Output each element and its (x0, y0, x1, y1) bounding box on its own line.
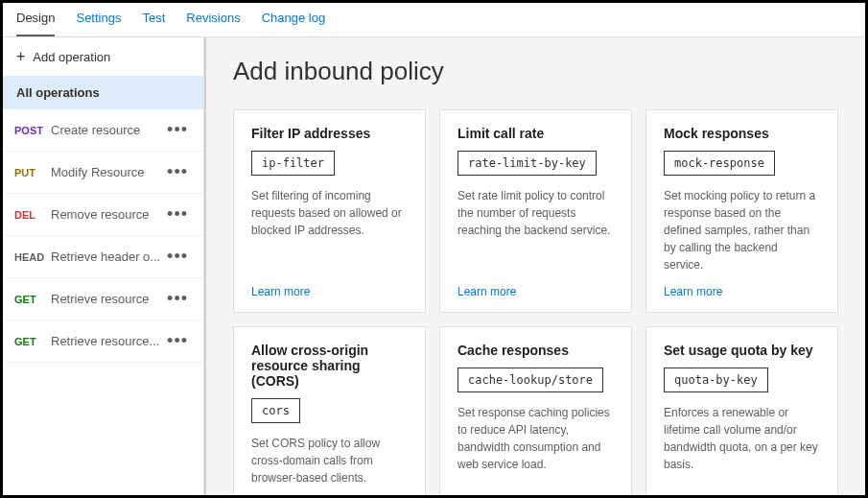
policy-card[interactable]: Filter IP addressesip-filterSet filterin… (233, 109, 426, 313)
operation-row[interactable]: PUTModify Resource••• (3, 152, 203, 194)
operation-name: Retrieve resource... (51, 334, 163, 348)
page-title: Add inbound policy (233, 57, 838, 86)
policy-description: Set rate limit policy to control the num… (457, 187, 614, 273)
sidebar: + Add operation All operations POSTCreat… (3, 37, 204, 495)
operation-name: Modify Resource (51, 165, 163, 179)
policy-title: Filter IP addresses (251, 126, 408, 141)
more-icon[interactable]: ••• (163, 120, 192, 140)
policy-title: Set usage quota by key (664, 343, 820, 358)
policy-description: Set CORS policy to allow cross-domain ca… (251, 435, 408, 486)
policy-tag: cors (251, 398, 300, 423)
policy-description: Set mocking policy to return a response … (664, 187, 820, 273)
learn-more-link[interactable]: Learn more (457, 285, 614, 298)
policy-description: Set filtering of incoming requests based… (251, 187, 408, 273)
policy-card[interactable]: Allow cross-origin resource sharing (COR… (233, 326, 426, 495)
operation-name: Retrieve header o... (51, 249, 163, 264)
more-icon[interactable]: ••• (163, 289, 192, 309)
learn-more-link[interactable]: Learn more (664, 285, 820, 298)
policy-card[interactable]: Cache responsescache-lookup/storeSet res… (439, 326, 632, 495)
policy-title: Limit call rate (457, 126, 614, 141)
more-icon[interactable]: ••• (163, 247, 192, 267)
add-operation-button[interactable]: + Add operation (3, 37, 203, 76)
http-method-badge: DEL (14, 209, 51, 221)
tab-test[interactable]: Test (142, 11, 165, 36)
more-icon[interactable]: ••• (163, 204, 192, 225)
policy-title: Cache responses (457, 343, 614, 358)
http-method-badge: PUT (14, 167, 51, 178)
operation-name: Create resource (51, 123, 163, 137)
operation-row[interactable]: GETRetrieve resource••• (3, 278, 203, 320)
operation-row[interactable]: HEADRetrieve header o...••• (3, 236, 203, 278)
tab-design[interactable]: Design (16, 11, 55, 36)
add-operation-label: Add operation (33, 50, 110, 64)
top-tabs: Design Settings Test Revisions Change lo… (3, 3, 865, 37)
policy-title: Allow cross-origin resource sharing (COR… (251, 343, 408, 389)
http-method-badge: HEAD (14, 251, 51, 263)
policy-card[interactable]: Limit call raterate-limit-by-keySet rate… (439, 109, 632, 313)
tab-changelog[interactable]: Change log (262, 11, 326, 36)
http-method-badge: GET (14, 336, 51, 347)
operation-row[interactable]: POSTCreate resource••• (3, 109, 203, 152)
more-icon[interactable]: ••• (163, 331, 192, 351)
policy-card[interactable]: Set usage quota by keyquota-by-keyEnforc… (645, 326, 838, 495)
tab-settings[interactable]: Settings (76, 11, 121, 36)
policy-tag: mock-response (664, 151, 775, 176)
operation-name: Remove resource (51, 207, 163, 222)
all-operations-header[interactable]: All operations (3, 76, 203, 109)
main-content: Add inbound policy Filter IP addressesip… (204, 37, 865, 495)
operation-row[interactable]: GETRetrieve resource...••• (3, 320, 203, 363)
policy-description: Enforces a renewable or lifetime call vo… (664, 404, 820, 486)
more-icon[interactable]: ••• (163, 162, 192, 182)
policy-card[interactable]: Mock responsesmock-responseSet mocking p… (645, 109, 838, 313)
plus-icon: + (16, 49, 25, 64)
http-method-badge: POST (14, 125, 51, 136)
policy-title: Mock responses (664, 126, 820, 141)
operation-name: Retrieve resource (51, 292, 163, 306)
policy-tag: quota-by-key (664, 368, 768, 392)
policy-tag: ip-filter (251, 151, 335, 176)
operation-row[interactable]: DELRemove resource••• (3, 194, 203, 236)
tab-revisions[interactable]: Revisions (186, 11, 240, 36)
policy-tag: cache-lookup/store (457, 368, 603, 392)
learn-more-link[interactable]: Learn more (251, 285, 408, 298)
http-method-badge: GET (14, 294, 51, 305)
policy-tag: rate-limit-by-key (457, 151, 597, 176)
policy-description: Set response caching policies to reduce … (457, 404, 614, 486)
